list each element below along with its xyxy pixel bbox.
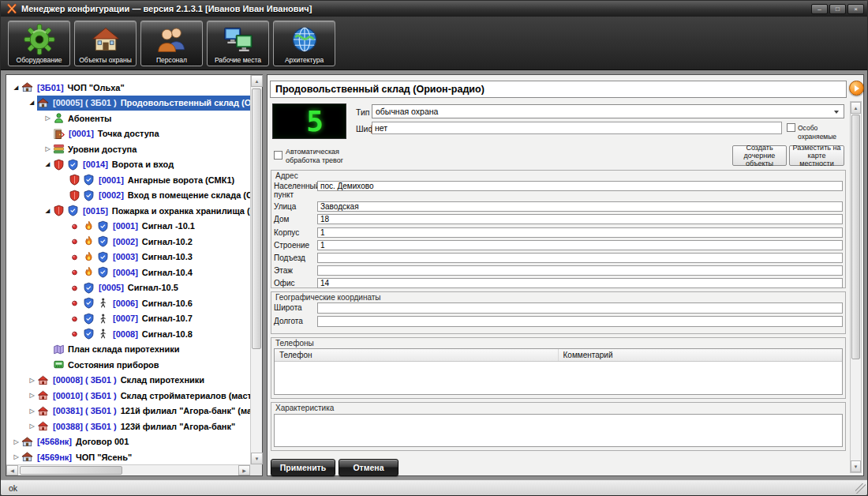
tree-expand-arrow-icon[interactable]: ▷ [11,453,21,460]
toolbar-button-architecture[interactable]: Архитектура [273,21,335,66]
tree-item[interactable]: План склада пиротехники [6,342,250,358]
tree-expand-arrow-icon[interactable]: ◢ [43,161,53,167]
type-dropdown[interactable]: обычная охрана [372,104,844,118]
place-on-map-button[interactable]: Разместить на карте местности [789,145,844,166]
tree-item[interactable]: ▷Уровни доступа [6,141,250,157]
tree-vscroll-thumb[interactable] [252,88,261,349]
tree-item[interactable]: ◢[0015]Пожарка и охранка хранилища (Сигн… [6,203,250,219]
tree-item[interactable]: [0006]Сигнал-10.6 [6,295,250,311]
scroll-down-arrow-icon[interactable]: ▼ [251,453,263,464]
resize-grip[interactable] [855,483,866,494]
auto-alarm-checkbox[interactable] [274,151,282,160]
tree-item[interactable]: [0001]Сигнал -10.1 [6,219,250,235]
address-field-input-3[interactable] [317,227,843,238]
address-field-input-7[interactable] [317,278,843,288]
tree-item[interactable]: ▷[00010] ( 3Б01 )Склад стройматериалов (… [6,388,250,404]
phones-table[interactable]: ТелефонКомментарий [274,348,843,395]
tree-item[interactable]: ▷[00008] ( 3Б01 )Склад пиротехники [6,373,250,389]
tree-hscroll-thumb[interactable] [20,466,122,475]
tree-item-body[interactable]: [0001]Сигнал -10.1 [69,219,250,235]
tree-item[interactable]: [0005]Сигнал-10.5 [6,280,250,296]
address-field-input-1[interactable] [317,201,843,212]
scroll-up-arrow-icon[interactable]: ▲ [251,75,263,87]
toolbar-button-equipment[interactable]: Оборудование [8,21,70,66]
tree-item-body[interactable]: [0003]Сигнал-10.3 [69,250,250,265]
form-vscroll-thumb[interactable] [851,115,860,359]
form-scroll-up-arrow-icon[interactable]: ▲ [851,102,861,114]
close-button[interactable]: × [847,4,864,14]
tree-item-body[interactable]: [0006]Сигнал-10.6 [69,295,250,311]
tree-item[interactable]: ◢[0014]Ворота и вход [6,157,250,173]
address-field-input-0[interactable] [317,181,843,191]
tree-expand-arrow-icon[interactable]: ▷ [43,115,53,122]
scroll-left-arrow-icon[interactable]: ◀ [6,465,18,475]
tree-item[interactable]: [0002]Сигнал-10.2 [6,234,250,250]
tree-item[interactable]: ◢[3Б01]ЧОП "Ольха" [6,80,250,96]
tree-item[interactable]: ▷[00388] ( 3Б01 )123й филиал "Агора-банк… [6,419,250,434]
tree-item[interactable]: ▷[00381] ( 3Б01 )121й филиал "Агора-банк… [6,404,250,419]
tree-item[interactable]: [0007]Сигнал-10.7 [6,311,250,327]
tree-expand-arrow-icon[interactable]: ▷ [27,377,37,384]
tree-item-body[interactable]: [00388] ( 3Б01 )123й филиал "Агора-банк" [37,419,250,434]
tree-item-body[interactable]: Состояния приборов [53,357,250,373]
tree-item-body[interactable]: Абоненты [53,111,250,126]
tree-item[interactable]: [0003]Сигнал-10.3 [6,250,250,265]
tree-expand-arrow-icon[interactable]: ▷ [43,145,53,152]
tree-item-body[interactable]: [0015]Пожарка и охранка хранилища (Сигна… [53,203,250,219]
tree-expand-arrow-icon[interactable]: ◢ [27,100,37,106]
form-scroll-down-arrow-icon[interactable]: ▼ [851,460,861,472]
tree-item[interactable]: [0001]Ангарные ворота (СМК1) [6,172,250,188]
tree-item-body[interactable]: [0014]Ворота и вход [53,157,250,173]
tree-item-body[interactable]: [0002]Сигнал-10.2 [69,234,250,250]
tree-item-body[interactable]: План склада пиротехники [53,342,250,358]
tree-expand-arrow-icon[interactable]: ◢ [43,208,53,214]
tree-item-body[interactable]: [00005] ( 3Б01 )Продовольственный склад … [37,96,250,111]
tree-item-body[interactable]: [0001]Ангарные ворота (СМК1) [69,172,250,188]
tree-item[interactable]: ▷Абоненты [6,111,250,126]
toolbar-button-guard-objects[interactable]: Объекты охраны [74,21,137,66]
tree-vertical-scrollbar[interactable]: ▲ ▼ [250,75,262,464]
tree-item-body[interactable]: [00008] ( 3Б01 )Склад пиротехники [37,373,250,389]
address-field-input-4[interactable] [317,240,843,250]
special-guard-checkbox[interactable] [787,123,795,132]
tree-item-body[interactable]: [0004]Сигнал-10.4 [69,265,250,280]
tree-item[interactable]: Состояния приборов [6,357,250,373]
lock-code-input[interactable] [372,122,782,134]
tree-item-body[interactable]: [00381] ( 3Б01 )121й филиал "Агора-банк"… [37,404,250,419]
tree-item-body[interactable]: [0008]Сигнал-10.8 [69,326,250,342]
toolbar-button-workstations[interactable]: Рабочие места [207,21,269,66]
apply-button[interactable]: Применить [271,459,335,476]
tree-item[interactable]: [0001]Точка доступа [6,126,250,142]
coordinate-field-input-0[interactable] [317,302,843,314]
tree-horizontal-scrollbar[interactable]: ◀ ▶ [6,464,250,475]
address-field-input-6[interactable] [317,265,843,276]
tree-expand-arrow-icon[interactable]: ▷ [27,408,37,415]
tree-item[interactable]: [0002]Вход в помещение склада (СМК-2) [6,188,250,204]
toolbar-button-personnel[interactable]: Персонал [140,21,203,66]
scroll-right-arrow-icon[interactable]: ▶ [238,465,250,475]
coordinate-field-input-1[interactable] [317,316,843,327]
address-field-input-2[interactable] [317,214,843,224]
tree-item-body[interactable]: [0002]Вход в помещение склада (СМК-2) [69,188,250,204]
minimize-button[interactable]: – [811,4,828,14]
tree-item[interactable]: ▷[4569нк]ЧОП "Ясень" [6,449,250,464]
tree-item-body[interactable]: [00010] ( 3Б01 )Склад стройматериалов (м… [37,388,250,404]
tree-item[interactable]: [0008]Сигнал-10.8 [6,326,250,342]
tree-item-body[interactable]: [0001]Точка доступа [53,126,250,142]
object-name-input[interactable] [270,81,847,98]
tree-item-body[interactable]: [0005]Сигнал-10.5 [69,280,250,296]
create-children-button[interactable]: Создать дочерние объекты [732,145,787,166]
tree-item-body[interactable]: [0007]Сигнал-10.7 [69,311,250,327]
go-arrow-button[interactable] [849,81,864,96]
tree-expand-arrow-icon[interactable]: ▷ [27,423,37,430]
tree-item[interactable]: [0004]Сигнал-10.4 [6,265,250,280]
tree-expand-arrow-icon[interactable]: ▷ [11,438,21,445]
maximize-button[interactable]: □ [829,4,846,14]
tree-expand-arrow-icon[interactable]: ◢ [11,85,21,91]
tree-item-body[interactable]: [4568нк]Договор 001 [21,434,250,450]
tree-expand-arrow-icon[interactable]: ▷ [27,392,37,399]
characteristic-textarea[interactable] [274,414,843,447]
tree-item-body[interactable]: [3Б01]ЧОП "Ольха" [21,80,250,96]
tree-item-body[interactable]: [4569нк]ЧОП "Ясень" [21,449,250,464]
address-field-input-5[interactable] [317,253,843,263]
